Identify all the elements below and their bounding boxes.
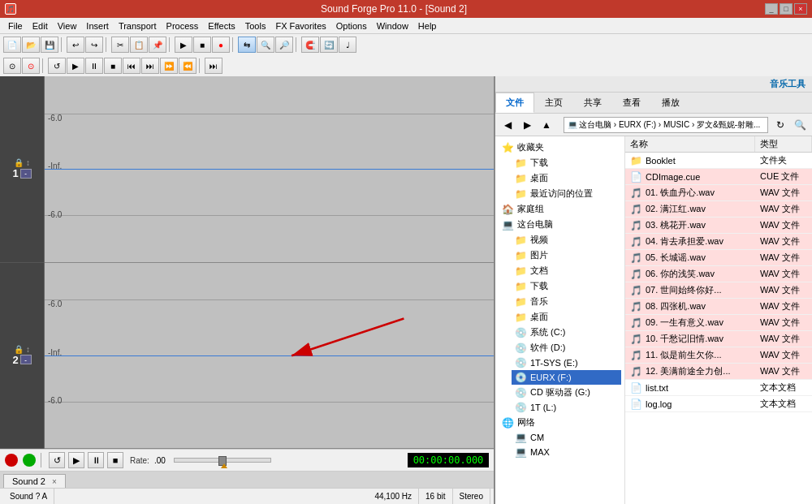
menu-transport[interactable]: Transport	[114, 19, 162, 32]
maximize-button[interactable]: □	[780, 3, 793, 15]
ribbon-tab-share[interactable]: 共享	[573, 93, 612, 113]
tb2-play[interactable]: ▶	[67, 58, 84, 74]
tb2-btn2[interactable]: ⊙	[22, 58, 40, 74]
loop-button[interactable]: 🔄	[320, 37, 338, 53]
nav-back[interactable]: ◀	[499, 116, 516, 134]
record-indicator[interactable]	[5, 454, 18, 467]
menu-fx-favorites[interactable]: FX Favorites	[270, 19, 330, 32]
search-button[interactable]: 🔍	[791, 116, 809, 134]
waveform-track-1[interactable]: -6.0 -Inf. -6.0	[45, 76, 494, 263]
file-row-12[interactable]: 🎵 11. 似是前生欠你... WAV 文件	[625, 347, 812, 364]
file-row-5[interactable]: 🎵 04. 肯去承担爱.wav WAV 文件	[625, 234, 812, 250]
file-row-9[interactable]: 🎵 08. 四张机.wav WAV 文件	[625, 299, 812, 315]
file-row-3[interactable]: 🎵 02. 满江红.wav WAV 文件	[625, 201, 812, 218]
ribbon-tab-file[interactable]: 文件	[495, 93, 534, 113]
ribbon-tab-home[interactable]: 主页	[534, 93, 573, 113]
file-row-6[interactable]: 🎵 05. 长城谣.wav WAV 文件	[625, 250, 812, 266]
zoom-in-button[interactable]: 🔍	[257, 37, 274, 53]
menu-file[interactable]: File	[3, 19, 28, 32]
tb2-stop[interactable]: ■	[104, 58, 122, 74]
menu-window[interactable]: Window	[372, 19, 413, 32]
tree-documents[interactable]: 📁文档	[512, 263, 621, 278]
tb2-end[interactable]: ⏭	[205, 58, 222, 74]
tree-cm[interactable]: 💻CM	[512, 430, 621, 445]
tb2-ff[interactable]: ⏩	[160, 58, 178, 74]
close-button[interactable]: ×	[794, 3, 807, 15]
menu-effects[interactable]: Effects	[203, 19, 240, 32]
open-button[interactable]: 📂	[22, 37, 40, 53]
tree-l[interactable]: 💿1T (L:)	[512, 400, 621, 415]
tree-favorites[interactable]: ⭐收藏夹	[499, 140, 621, 155]
file-row-15[interactable]: 📄 log.log 文本文档	[625, 396, 812, 412]
menu-tools[interactable]: Tools	[240, 19, 271, 32]
transport-stop[interactable]: ■	[107, 452, 123, 468]
paste-button[interactable]: 📌	[149, 37, 166, 53]
file-row-13[interactable]: 🎵 12. 美满前途全力创... WAV 文件	[625, 364, 812, 380]
tree-max[interactable]: 💻MAX	[512, 445, 621, 459]
metronome-button[interactable]: ♩	[339, 37, 356, 53]
tree-e[interactable]: 💿1T-SYS (E:)	[512, 355, 621, 370]
nav-forward[interactable]: ▶	[518, 116, 536, 134]
menu-options[interactable]: Options	[331, 19, 372, 32]
tree-this-pc[interactable]: 💻这台电脑	[499, 217, 621, 232]
tree-downloads-1[interactable]: 📁下载	[512, 155, 621, 170]
play-indicator[interactable]	[23, 454, 36, 467]
file-row-10[interactable]: 🎵 09. 一生有意义.wav WAV 文件	[625, 315, 812, 331]
rate-slider[interactable]	[174, 458, 271, 463]
tb2-next[interactable]: ⏭	[141, 58, 159, 74]
nav-up[interactable]: ▲	[538, 116, 555, 134]
rewind-button[interactable]: ↺	[49, 452, 65, 468]
menu-insert[interactable]: Insert	[81, 19, 114, 32]
snap-button[interactable]: 🧲	[301, 37, 319, 53]
save-button[interactable]: 💾	[41, 37, 58, 53]
tree-network[interactable]: 🌐网络	[499, 415, 621, 430]
file-row-4[interactable]: 🎵 03. 桃花开.wav WAV 文件	[625, 218, 812, 234]
tree-g[interactable]: 💿CD 驱动器 (G:)	[512, 385, 621, 400]
tb2-btn1[interactable]: ⊙	[3, 58, 21, 74]
tree-d[interactable]: 💿软件 (D:)	[512, 340, 621, 355]
transport-play[interactable]: ▶	[68, 452, 84, 468]
nav-path[interactable]: 💻 这台电脑 › EURX (F:) › MUSIC › 罗文&甄妮-射雕...	[564, 117, 768, 133]
file-row-2[interactable]: 🎵 01. 铁血丹心.wav WAV 文件	[625, 185, 812, 201]
tree-desktop-2[interactable]: 📁桌面	[512, 309, 621, 325]
file-row-14[interactable]: 📄 list.txt 文本文档	[625, 380, 812, 396]
cut-button[interactable]: ✂	[111, 37, 129, 53]
new-button[interactable]: 📄	[3, 37, 21, 53]
tb2-btn3[interactable]: ↺	[48, 58, 66, 74]
file-row-0[interactable]: 📁 Booklet 文件夹	[625, 153, 812, 169]
file-row-8[interactable]: 🎵 07. 世间始终你好... WAV 文件	[625, 282, 812, 299]
select-tool[interactable]: ⇆	[238, 37, 256, 53]
undo-button[interactable]: ↩	[67, 37, 84, 53]
menu-view[interactable]: View	[53, 19, 82, 32]
tree-desktop-1[interactable]: 📁桌面	[512, 170, 621, 186]
menu-edit[interactable]: Edit	[28, 19, 53, 32]
file-row-1[interactable]: 📄 CDImage.cue CUE 文件	[625, 169, 812, 185]
zoom-out-button[interactable]: 🔎	[275, 37, 293, 53]
tab-close-icon[interactable]: ×	[52, 477, 57, 486]
ribbon-tab-play[interactable]: 播放	[651, 93, 690, 113]
play-button[interactable]: ▶	[175, 37, 192, 53]
nav-refresh[interactable]: ↻	[771, 116, 789, 134]
col-type[interactable]: 类型	[755, 136, 812, 152]
tb2-rew[interactable]: ⏪	[179, 58, 197, 74]
tree-videos[interactable]: 📁视频	[512, 232, 621, 248]
redo-button[interactable]: ↪	[85, 37, 103, 53]
tb2-pause[interactable]: ⏸	[85, 58, 103, 74]
sound-2-tab[interactable]: Sound 2 ×	[3, 474, 66, 488]
stop-button[interactable]: ■	[193, 37, 211, 53]
tree-downloads-2[interactable]: 📁下载	[512, 278, 621, 294]
file-row-7[interactable]: 🎵 06. 你的浅笑.wav WAV 文件	[625, 266, 812, 282]
tree-c[interactable]: 💿系统 (C:)	[512, 325, 621, 340]
tb2-prev[interactable]: ⏮	[123, 58, 140, 74]
tree-f[interactable]: 💿EURX (F:)	[512, 370, 621, 385]
file-row-11[interactable]: 🎵 10. 千愁记旧情.wav WAV 文件	[625, 331, 812, 347]
menu-help[interactable]: Help	[413, 19, 442, 32]
waveform-track-2[interactable]: -6.0 -Inf. -6.0	[45, 263, 494, 450]
col-name[interactable]: 名称	[625, 136, 755, 152]
copy-button[interactable]: 📋	[130, 37, 148, 53]
tree-pictures[interactable]: 📁图片	[512, 248, 621, 263]
tree-recent[interactable]: 📁最近访问的位置	[512, 186, 621, 201]
ribbon-tab-view[interactable]: 查看	[612, 93, 651, 113]
transport-pause[interactable]: ⏸	[88, 452, 104, 468]
minimize-button[interactable]: _	[765, 3, 778, 15]
